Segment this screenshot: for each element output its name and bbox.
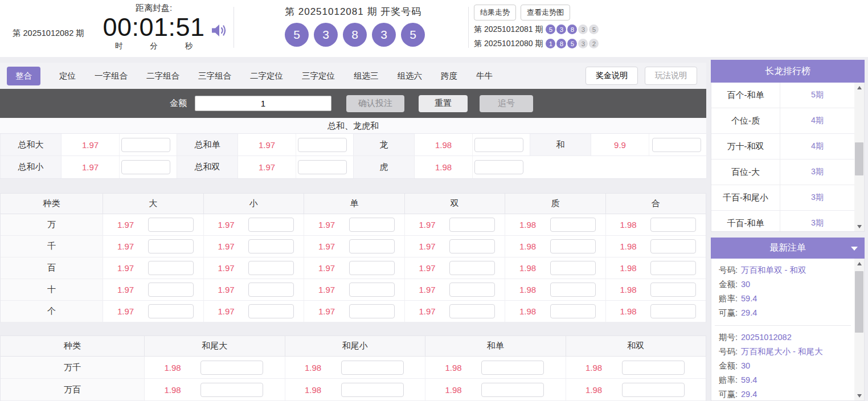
order-entry: 期号:20251012082号码:万百和尾大小 - 和尾大金额:30赔率:59.… [711, 326, 854, 401]
bet-input[interactable] [341, 383, 404, 397]
amount-input[interactable] [195, 96, 331, 111]
bet-label: 总和大 [0, 134, 62, 156]
bet-input[interactable] [349, 261, 395, 275]
confirm-bet-button[interactable]: 确认投注 [346, 95, 404, 112]
rules-info-button[interactable]: 玩法说明 [645, 67, 697, 85]
bet-input[interactable] [449, 261, 495, 275]
bet-input[interactable] [341, 361, 404, 375]
odds-value: 1.98 [566, 385, 622, 395]
bet-input[interactable] [349, 304, 395, 318]
bet-input[interactable] [481, 361, 544, 375]
tab-item[interactable]: 整合 [7, 67, 40, 85]
sum-tail-bet-table: 种类和尾大和尾小和单和双 万千1.981.981.981.98万百1.981.9… [0, 335, 706, 401]
reset-button[interactable]: 重置 [419, 95, 468, 112]
row-label: 个 [1, 301, 103, 322]
bet-input[interactable] [349, 283, 395, 297]
ranking-row[interactable]: 个位-质4期 [711, 108, 854, 134]
bet-cell: 1.97 [103, 236, 204, 257]
bet-cell: 1.98 [425, 379, 566, 400]
bet-input[interactable] [650, 283, 696, 297]
bet-input[interactable] [652, 138, 701, 152]
bet-input[interactable] [550, 218, 596, 232]
tab-item[interactable]: 牛牛 [476, 71, 493, 81]
bet-input[interactable] [121, 160, 170, 174]
tab-item[interactable]: 定位 [59, 71, 76, 81]
bet-input[interactable] [622, 383, 685, 397]
bet-input[interactable] [449, 218, 495, 232]
order-field-value: 30 [741, 280, 750, 289]
bet-input[interactable] [449, 304, 495, 318]
history-row: 第 20251012080 期18532 [474, 38, 600, 49]
bet-input[interactable] [481, 383, 544, 397]
bet-input[interactable] [248, 304, 294, 318]
scroll-down-arrow[interactable] [854, 222, 864, 231]
tab-item[interactable]: 跨度 [441, 71, 457, 81]
bet-input[interactable] [474, 138, 523, 152]
bet-input[interactable] [650, 304, 696, 318]
bet-input[interactable] [148, 304, 194, 318]
tab-item[interactable]: 三字定位 [302, 71, 335, 81]
column-header: 和尾小 [285, 336, 426, 356]
bet-input[interactable] [650, 218, 696, 232]
bet-input[interactable] [148, 261, 194, 275]
scroll-down-arrow[interactable] [854, 391, 864, 400]
bet-input[interactable] [622, 361, 685, 375]
ranking-row[interactable]: 万十-和双4期 [711, 134, 854, 159]
prize-info-button[interactable]: 奖金说明 [586, 67, 638, 85]
ranking-row[interactable]: 千百-和尾小3期 [711, 185, 854, 211]
tab-item[interactable]: 组选三 [354, 71, 379, 81]
ranking-streak: 4期 [780, 134, 854, 159]
odds-value: 1.97 [62, 134, 120, 156]
bet-input[interactable] [650, 239, 696, 253]
order-field: 金额:30 [719, 277, 843, 292]
bet-input[interactable] [148, 283, 194, 297]
tab-item[interactable]: 组选六 [398, 71, 423, 81]
bet-input[interactable] [550, 283, 596, 297]
bet-cell: 1.97 [103, 301, 204, 322]
bet-input[interactable] [550, 261, 596, 275]
chase-number-button[interactable]: 追号 [480, 95, 533, 112]
ranking-row[interactable]: 百位-大3期 [711, 159, 854, 185]
bet-input[interactable] [349, 218, 395, 232]
bet-input[interactable] [148, 218, 194, 232]
scroll-thumb[interactable] [855, 142, 863, 175]
panel-title: 最新注单 [769, 242, 806, 254]
bet-input[interactable] [248, 239, 294, 253]
bet-input[interactable] [298, 160, 347, 174]
tab-item[interactable]: 三字组合 [198, 71, 231, 81]
ranking-row[interactable]: 百个-和单5期 [711, 83, 854, 108]
bet-input[interactable] [298, 138, 347, 152]
tab-item[interactable]: 二字定位 [250, 71, 283, 81]
speaker-icon[interactable] [211, 23, 228, 40]
bet-input[interactable] [248, 261, 294, 275]
tab-item[interactable]: 二字组合 [146, 71, 179, 81]
bet-input[interactable] [449, 283, 495, 297]
chevron-down-icon[interactable] [851, 247, 858, 251]
bet-input[interactable] [449, 239, 495, 253]
bet-input[interactable] [550, 239, 596, 253]
draw-result-block: 第 20251012081 期 开奖号码 53835 [285, 5, 425, 47]
bet-input[interactable] [121, 138, 170, 152]
bet-input[interactable] [349, 239, 395, 253]
scroll-thumb[interactable] [855, 271, 863, 333]
view-trend-chart-button[interactable]: 查看走势图 [521, 5, 570, 21]
bet-input[interactable] [248, 218, 294, 232]
bet-label: 虎 [353, 156, 415, 178]
bet-input[interactable] [200, 383, 263, 397]
tab-item[interactable]: 一字组合 [95, 71, 128, 81]
bet-cell: 1.97 [405, 279, 506, 300]
scroll-up-arrow[interactable] [854, 259, 864, 268]
result-trend-button[interactable]: 结果走势 [474, 5, 516, 21]
bet-input[interactable] [200, 361, 263, 375]
scrollbar[interactable] [854, 83, 864, 231]
scrollbar[interactable] [854, 259, 864, 400]
bet-input[interactable] [474, 160, 523, 174]
odds-value: 1.98 [285, 385, 341, 395]
bet-input[interactable] [148, 239, 194, 253]
bet-input[interactable] [248, 283, 294, 297]
scroll-up-arrow[interactable] [854, 83, 864, 92]
sum-rows: 总和大1.97总和单1.97龙1.98和9.9总和小1.97总和双1.97虎1.… [0, 134, 706, 178]
bet-input[interactable] [550, 304, 596, 318]
ranking-row[interactable]: 千百-和单3期 [711, 211, 854, 232]
bet-input[interactable] [650, 261, 696, 275]
